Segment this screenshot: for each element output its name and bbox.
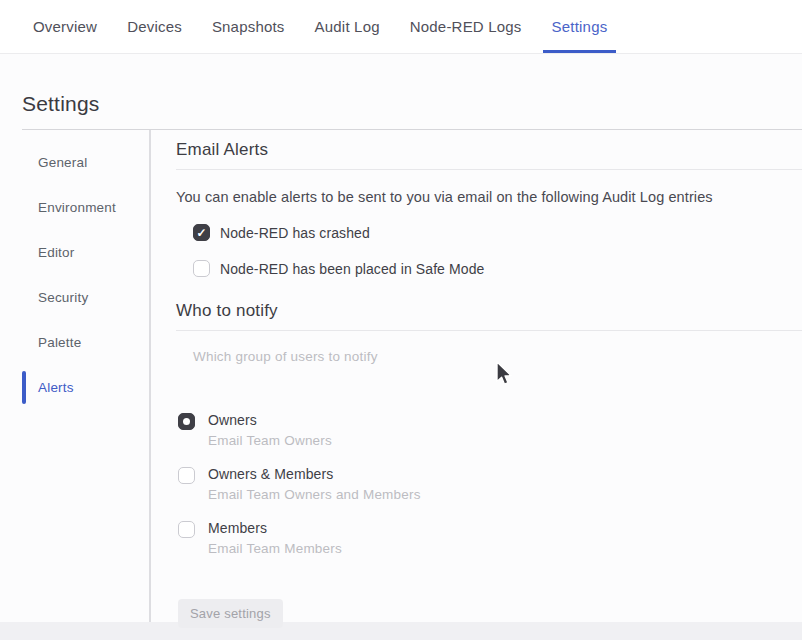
settings-content: General Environment Editor Security Pale… [0, 130, 802, 622]
checkmark-icon: ✓ [196, 227, 206, 239]
settings-page: Overview Devices Snapshots Audit Log Nod… [0, 0, 802, 622]
page-title: Settings [22, 92, 802, 116]
radio-description: Email Team Members [208, 541, 342, 556]
checkbox-node-red-safe-mode[interactable] [193, 260, 210, 277]
radio-label: Owners & Members [208, 466, 421, 482]
sidebar-item-alerts[interactable]: Alerts [0, 365, 149, 410]
sidebar-item-label: Security [38, 290, 88, 305]
tab-audit-log[interactable]: Audit Log [306, 0, 389, 53]
sidebar-item-label: Environment [38, 200, 116, 215]
instance-tab-bar: Overview Devices Snapshots Audit Log Nod… [0, 0, 802, 54]
tab-devices[interactable]: Devices [118, 0, 191, 53]
sidebar-item-editor[interactable]: Editor [0, 230, 149, 275]
radio-label: Members [208, 520, 342, 536]
checkbox-node-red-crashed[interactable]: ✓ [193, 224, 210, 241]
radio-members[interactable] [178, 521, 195, 538]
settings-sidebar: General Environment Editor Security Pale… [0, 130, 151, 622]
checkbox-row-crashed[interactable]: ✓ Node-RED has crashed [193, 224, 802, 241]
radio-description: Email Team Owners [208, 433, 332, 448]
radio-owners-members[interactable] [178, 467, 195, 484]
alerts-settings-panel: Email Alerts You can enable alerts to be… [151, 130, 802, 622]
save-settings-button[interactable]: Save settings [178, 599, 283, 628]
sidebar-item-label: Palette [38, 335, 81, 350]
sidebar-item-security[interactable]: Security [0, 275, 149, 320]
tab-overview[interactable]: Overview [24, 0, 106, 53]
tab-node-red-logs[interactable]: Node-RED Logs [401, 0, 531, 53]
sidebar-item-environment[interactable]: Environment [0, 185, 149, 230]
who-to-notify-section-title: Who to notify [176, 301, 802, 331]
tab-settings[interactable]: Settings [543, 0, 617, 53]
sidebar-item-label: Editor [38, 245, 74, 260]
page-header: Settings [0, 54, 802, 129]
radio-row-owners-members[interactable]: Owners & Members Email Team Owners and M… [178, 466, 802, 502]
radio-row-members[interactable]: Members Email Team Members [178, 520, 802, 556]
checkbox-label: Node-RED has crashed [220, 225, 370, 241]
radio-dot-icon [183, 418, 190, 425]
email-alerts-description: You can enable alerts to be sent to you … [176, 189, 802, 205]
checkbox-row-safe-mode[interactable]: Node-RED has been placed in Safe Mode [193, 260, 802, 277]
radio-label: Owners [208, 412, 332, 428]
radio-description: Email Team Owners and Members [208, 487, 421, 502]
notify-radio-group: Owners Email Team Owners Owners & Member… [178, 412, 802, 556]
sidebar-item-palette[interactable]: Palette [0, 320, 149, 365]
sidebar-item-general[interactable]: General [0, 140, 149, 185]
who-to-notify-hint: Which group of users to notify [193, 349, 802, 364]
radio-owners[interactable] [178, 413, 195, 430]
sidebar-item-label: Alerts [38, 380, 74, 395]
tab-snapshots[interactable]: Snapshots [203, 0, 294, 53]
sidebar-item-label: General [38, 155, 87, 170]
checkbox-label: Node-RED has been placed in Safe Mode [220, 261, 484, 277]
email-alerts-section-title: Email Alerts [176, 140, 802, 170]
active-indicator-bar [22, 371, 26, 404]
radio-row-owners[interactable]: Owners Email Team Owners [178, 412, 802, 448]
